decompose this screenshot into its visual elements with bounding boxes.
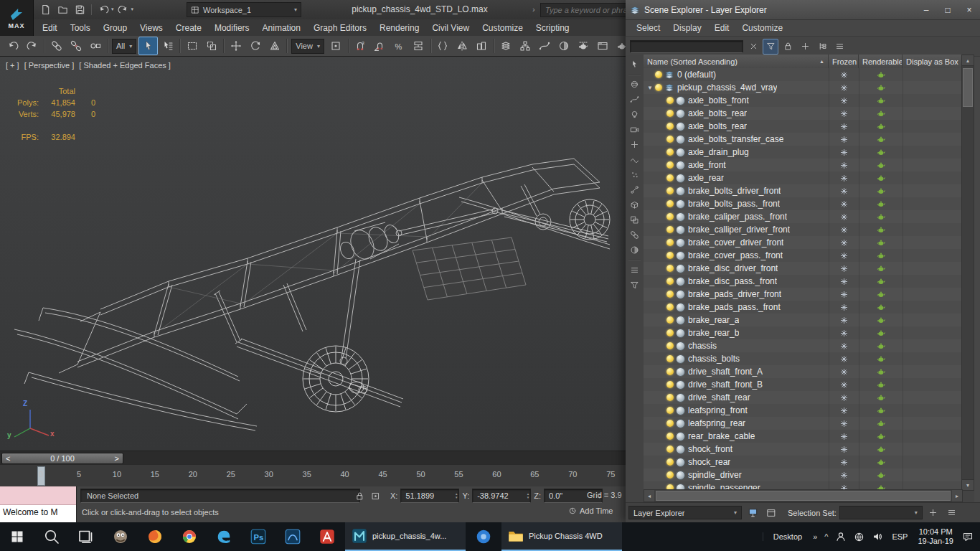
frozen-toggle[interactable]	[829, 252, 859, 260]
visibility-bulb-icon[interactable]	[666, 394, 674, 401]
taskbar-app-4-icon[interactable]	[466, 522, 501, 551]
close-button[interactable]: ×	[958, 0, 980, 19]
task-view-button[interactable]	[69, 522, 103, 551]
schematic-view-icon[interactable]	[516, 37, 535, 55]
menu-views[interactable]: Views	[133, 23, 169, 33]
frozen-toggle[interactable]	[829, 303, 859, 311]
renderable-toggle[interactable]	[859, 457, 903, 467]
macro-recorder-pane[interactable]	[0, 486, 76, 505]
object-name[interactable]: drive_shaft_front_A	[688, 367, 763, 377]
frozen-toggle[interactable]	[829, 355, 859, 363]
scroll-up-icon[interactable]: ▴	[962, 55, 974, 66]
frozen-toggle[interactable]	[829, 342, 859, 350]
frozen-toggle[interactable]	[829, 136, 859, 143]
frozen-toggle[interactable]	[829, 381, 859, 389]
visibility-bulb-icon[interactable]	[666, 239, 674, 246]
renderable-toggle[interactable]	[859, 212, 903, 222]
frozen-toggle[interactable]	[829, 226, 859, 234]
visibility-bulb-icon[interactable]	[666, 316, 674, 324]
menu-create[interactable]: Create	[169, 23, 208, 33]
table-row[interactable]: shock_front	[644, 443, 963, 456]
object-name[interactable]: brake_bolts_driver_front	[688, 186, 781, 196]
table-row[interactable]: brake_bolts_driver_front	[644, 184, 963, 197]
visibility-bulb-icon[interactable]	[666, 471, 674, 479]
viewport-menu-shading[interactable]: [ Shaded + Edged Faces ]	[79, 61, 171, 70]
renderable-toggle[interactable]	[859, 431, 903, 441]
renderable-toggle[interactable]	[859, 289, 903, 299]
visibility-bulb-icon[interactable]	[666, 187, 674, 194]
renderable-toggle[interactable]	[859, 315, 903, 325]
save-file-icon[interactable]	[72, 2, 88, 17]
frozen-toggle[interactable]	[829, 84, 859, 92]
visibility-bulb-icon[interactable]	[666, 291, 674, 298]
desktop-toolbar[interactable]: Desktop	[763, 532, 809, 541]
visibility-bulb-icon[interactable]	[666, 342, 674, 349]
explorer-mode-dropdown[interactable]: Layer Explorer ▾	[628, 506, 742, 519]
mirror-icon[interactable]	[453, 37, 472, 55]
explorer-dock-button[interactable]	[745, 506, 760, 520]
table-row[interactable]: brake_rear_a	[644, 314, 963, 326]
material-editor-icon[interactable]	[555, 37, 574, 55]
people-icon[interactable]	[831, 522, 850, 551]
object-name[interactable]: leafspring_rear	[688, 418, 745, 428]
menu-customize[interactable]: Customize	[476, 23, 529, 33]
visibility-bulb-icon[interactable]	[666, 226, 674, 233]
curve-editor-icon[interactable]	[535, 37, 555, 55]
renderable-toggle[interactable]	[859, 470, 903, 480]
viewport-3d[interactable]: [ + ] [ Perspective ] [ Shaded + Edged F…	[0, 56, 626, 451]
object-name[interactable]: brake_disc_pass._front	[688, 276, 777, 286]
display-cameras-icon[interactable]	[627, 123, 642, 136]
explorer-menu-select[interactable]: Select	[630, 23, 666, 33]
time-slider[interactable]: < 0 / 100 >	[0, 451, 626, 465]
object-name[interactable]: axle_bolts_rear	[688, 121, 747, 131]
action-center-icon[interactable]	[958, 522, 977, 551]
table-row[interactable]: brake_disc_driver_front	[644, 262, 963, 275]
volume-icon[interactable]	[868, 522, 887, 551]
keyword-search-input[interactable]	[544, 5, 629, 15]
vertical-scroll-thumb[interactable]	[963, 68, 973, 107]
toolbar-overflow-icon[interactable]: »	[809, 522, 821, 551]
renderable-toggle[interactable]	[859, 108, 903, 118]
taskbar-clock[interactable]: 10:04 PM 19-Jan-19	[913, 527, 958, 546]
object-name[interactable]: spindle_driver	[688, 470, 742, 480]
display-groups-icon[interactable]	[627, 213, 642, 227]
menu-animation[interactable]: Animation	[256, 23, 307, 33]
hierarchy-view-icon[interactable]	[814, 39, 830, 55]
renderable-toggle[interactable]	[859, 444, 903, 454]
workspace-dropdown[interactable]: Workspace_1 ▾	[187, 2, 301, 17]
frozen-toggle[interactable]	[829, 291, 859, 298]
language-indicator[interactable]: ESP	[887, 532, 913, 541]
taskbar-app-2-icon[interactable]	[275, 522, 310, 551]
filter-icon[interactable]	[763, 39, 778, 55]
object-name[interactable]: axle_bolts_rear	[688, 108, 747, 118]
table-row[interactable]: shock_rear	[644, 456, 963, 468]
object-name[interactable]: drive_shaft_rear	[688, 392, 750, 402]
renderable-toggle[interactable]	[859, 160, 903, 170]
table-row[interactable]: brake_caliper_pass._front	[644, 210, 963, 223]
sort-mode-icon[interactable]	[627, 263, 642, 277]
object-name[interactable]: axle_drain_plug	[688, 147, 749, 157]
scroll-left-icon[interactable]: ◂	[644, 490, 654, 501]
frozen-toggle[interactable]	[829, 265, 859, 273]
unlink-selection-icon[interactable]	[66, 37, 85, 55]
redo-icon[interactable]	[22, 37, 42, 55]
display-helpers-icon[interactable]	[627, 138, 642, 151]
object-name[interactable]: brake_bolts_pass._front	[688, 199, 780, 209]
use-pivot-center-icon[interactable]	[326, 37, 346, 55]
table-row[interactable]: leafspring_rear	[644, 417, 963, 430]
snaps-toggle-icon[interactable]: 3	[351, 37, 370, 55]
select-object-icon[interactable]	[138, 37, 158, 55]
table-row[interactable]: axle_drain_plug	[644, 146, 963, 159]
object-name[interactable]: brake_cover_driver_front	[688, 237, 783, 248]
table-row[interactable]: brake_pads_pass._front	[644, 301, 963, 314]
horizontal-scroll-thumb[interactable]	[656, 491, 951, 501]
bind-to-spacewarp-icon[interactable]	[85, 37, 105, 55]
undo-scene-icon[interactable]	[95, 2, 111, 17]
frozen-toggle[interactable]	[829, 123, 859, 131]
renderable-toggle[interactable]	[859, 302, 903, 312]
display-containers-icon[interactable]	[627, 198, 642, 212]
menu-edit[interactable]: Edit	[36, 23, 64, 33]
object-name[interactable]: chassis_bolts	[688, 354, 740, 364]
object-name[interactable]: shock_front	[688, 444, 732, 454]
frozen-toggle[interactable]	[829, 407, 859, 415]
